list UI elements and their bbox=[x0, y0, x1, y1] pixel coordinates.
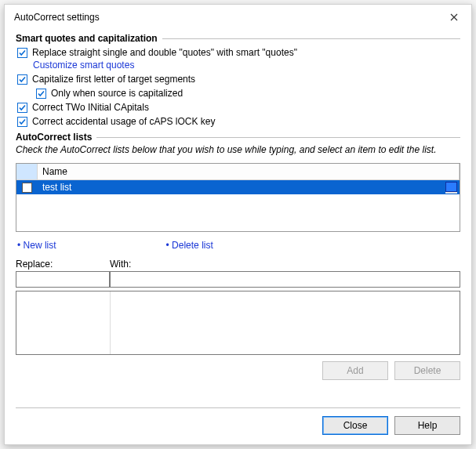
checkbox-caps-lock[interactable]: Correct accidental usage of cAPS lOCK ke… bbox=[17, 116, 460, 127]
list-header: Name bbox=[16, 164, 460, 180]
checkbox-label: Correct TWo INitial CApitals bbox=[32, 102, 149, 113]
row-checkbox[interactable] bbox=[16, 180, 38, 194]
replace-label: Replace: bbox=[16, 259, 110, 270]
column-header-name[interactable]: Name bbox=[38, 164, 460, 179]
with-input[interactable] bbox=[110, 271, 460, 288]
close-icon[interactable] bbox=[443, 9, 465, 25]
checkmark-icon bbox=[17, 103, 27, 113]
entries-grid[interactable] bbox=[16, 291, 460, 355]
link-customize-quotes[interactable]: Customize smart quotes bbox=[33, 60, 460, 71]
group-label: Smart quotes and capitalization bbox=[16, 33, 158, 44]
group-header-quotes: Smart quotes and capitalization bbox=[16, 33, 460, 44]
with-label: With: bbox=[110, 259, 460, 270]
checkbox-label: Capitalize first letter of target segmen… bbox=[32, 74, 195, 85]
dialog-footer: Close Help bbox=[16, 407, 460, 435]
replace-input[interactable] bbox=[16, 271, 110, 288]
checkmark-icon bbox=[17, 48, 27, 58]
divider bbox=[162, 38, 460, 39]
hint-text: Check the AutoCorrect lists below that y… bbox=[16, 144, 460, 155]
list-row[interactable]: test list bbox=[16, 180, 460, 194]
link-delete-list[interactable]: Delete list bbox=[166, 240, 213, 251]
delete-button[interactable]: Delete bbox=[394, 361, 460, 380]
content-area: Smart quotes and capitalization Replace … bbox=[5, 28, 471, 396]
checkbox-only-when-source[interactable]: Only when source is capitalized bbox=[36, 88, 460, 99]
autocorrect-list[interactable]: Name test list bbox=[16, 163, 460, 232]
close-button[interactable]: Close bbox=[322, 416, 388, 435]
checkbox-replace-quotes[interactable]: Replace straight single and double "quot… bbox=[17, 47, 460, 58]
checkbox-capitalize-first[interactable]: Capitalize first letter of target segmen… bbox=[17, 74, 460, 85]
window-title: AutoCorrect settings bbox=[14, 12, 100, 23]
checkbox-icon bbox=[22, 183, 32, 193]
divider bbox=[96, 137, 460, 138]
group-header-lists: AutoCorrect lists bbox=[16, 132, 460, 143]
checkbox-label: Correct accidental usage of cAPS lOCK ke… bbox=[32, 116, 215, 127]
dialog-window: AutoCorrect settings Smart quotes and ca… bbox=[4, 4, 472, 445]
checkbox-two-initial[interactable]: Correct TWo INitial CApitals bbox=[17, 102, 460, 113]
checkmark-icon bbox=[17, 74, 27, 85]
checkmark-icon bbox=[17, 117, 27, 127]
help-button[interactable]: Help bbox=[394, 416, 460, 435]
list-actions: New list Delete list bbox=[17, 240, 460, 251]
checkbox-label: Replace straight single and double "quot… bbox=[32, 47, 297, 58]
titlebar: AutoCorrect settings bbox=[5, 5, 471, 28]
row-name: test list bbox=[38, 180, 442, 194]
add-button[interactable]: Add bbox=[322, 361, 388, 380]
group-label: AutoCorrect lists bbox=[16, 132, 92, 143]
row-type-icon bbox=[442, 180, 460, 194]
checkbox-label: Only when source is capitalized bbox=[51, 88, 183, 99]
link-new-list[interactable]: New list bbox=[17, 240, 56, 251]
checkmark-icon bbox=[36, 89, 46, 99]
with-field-group: With: bbox=[110, 259, 460, 288]
replace-with-row: Replace: With: bbox=[16, 259, 460, 288]
column-header-checkbox[interactable] bbox=[16, 164, 38, 179]
entry-buttons: Add Delete bbox=[16, 361, 460, 380]
replace-field-group: Replace: bbox=[16, 259, 110, 288]
monitor-icon bbox=[445, 182, 457, 192]
